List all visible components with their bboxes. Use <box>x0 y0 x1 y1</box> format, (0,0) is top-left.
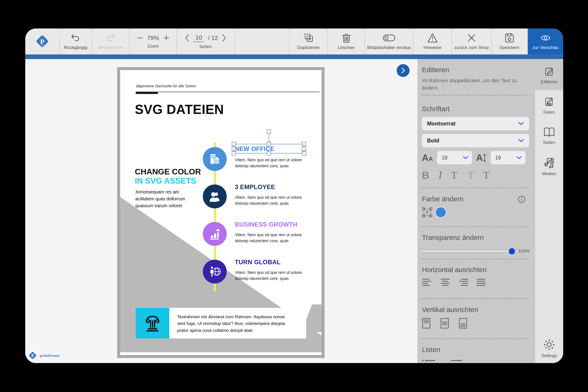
rotation-handle[interactable] <box>267 129 271 134</box>
timeline-body-global[interactable]: Vitem. Nem quo od que rem ut volore dolo… <box>235 270 312 282</box>
selection-handle-n[interactable] <box>267 142 271 146</box>
selection-handle-ne[interactable] <box>302 142 306 146</box>
numbered-list-icon[interactable]: 12 <box>449 359 463 363</box>
undo-icon <box>70 33 81 43</box>
tab-seiten[interactable]: Seiten <box>535 127 563 145</box>
timeline-body-employee[interactable]: Vitem. Nem quo od que rem ut volore dolo… <box>235 194 312 206</box>
timeline-circle-employee[interactable] <box>203 184 227 208</box>
selection-handle-s[interactable] <box>267 151 271 156</box>
align-left-icon[interactable] <box>422 278 433 287</box>
selection-handle-se[interactable] <box>302 151 306 156</box>
bullet-list-icon[interactable] <box>422 359 437 363</box>
zoom-value: 79% <box>147 34 159 42</box>
font-style-value: Bold <box>427 138 439 144</box>
hints-button[interactable]: Hinweise <box>413 28 452 54</box>
document-page[interactable]: allgemeine Dachzeile für alle Seiten SVG… <box>117 67 325 358</box>
timeline-title-employee[interactable]: 3 EMPLOYEE <box>235 184 275 191</box>
timeline-circle-growth[interactable] <box>203 222 227 246</box>
timeline-circle-new-office[interactable] <box>203 147 227 171</box>
save-button[interactable]: Speichern <box>492 28 528 54</box>
zoom-label: Zoom <box>147 44 159 49</box>
aside-body[interactable]: Xerionsequam res am acilitatem quas doll… <box>135 188 192 209</box>
preview-button[interactable]: zur Vorschau <box>528 28 563 54</box>
slider-track[interactable] <box>422 251 513 252</box>
transparency-section-title: Transparenz ändern <box>422 234 529 242</box>
duplicate-icon <box>303 33 314 43</box>
bold-button[interactable]: B <box>422 170 429 181</box>
total-pages: / 12 <box>208 34 218 42</box>
printformer-logo-icon: P <box>35 34 49 49</box>
collapse-panel-button[interactable] <box>397 64 410 77</box>
valign-bottom-icon[interactable] <box>459 318 467 329</box>
selection-handle-e[interactable] <box>302 146 306 151</box>
valign-middle-icon[interactable] <box>440 318 449 329</box>
toggle-icon <box>383 33 395 43</box>
info-icon[interactable] <box>518 196 526 204</box>
footer-note-frame[interactable]: Textrahmen mit Abstand zum Rahmen. Aquib… <box>136 308 306 338</box>
font-family-select[interactable]: Montserrat <box>422 117 529 130</box>
person-globe-icon <box>209 266 221 278</box>
page-title[interactable]: SVG DATEIEN <box>135 102 224 117</box>
save-label: Speichern <box>499 45 519 50</box>
placeholder-toggle-button[interactable]: Bildplatzhalter ein/aus <box>365 28 413 54</box>
separator <box>421 95 528 96</box>
valign-top-icon[interactable] <box>422 318 431 329</box>
slider-thumb[interactable] <box>509 248 515 254</box>
prev-page-button[interactable] <box>185 34 189 42</box>
align-center-icon[interactable] <box>440 278 450 287</box>
note-pre: Textrahmen mit <box>177 314 208 319</box>
back-to-shop-button[interactable]: zurück zum Shop <box>452 28 492 54</box>
toolbar-spacer <box>235 28 290 54</box>
zoom-in-button[interactable] <box>163 34 170 41</box>
separator <box>421 187 528 188</box>
font-size-select[interactable]: 18 <box>437 151 472 164</box>
book-icon <box>544 127 555 137</box>
font-family-value: Montserrat <box>427 120 456 127</box>
header-rule-accent <box>136 92 158 94</box>
selection-handle-w[interactable] <box>232 146 236 151</box>
valign-section-title: Vertikal ausrichten <box>422 306 529 314</box>
settings-button[interactable]: Settings <box>535 339 563 358</box>
current-page-input[interactable]: 10 <box>193 34 204 42</box>
text-style-button[interactable]: T <box>468 169 474 181</box>
selection-handle-nw[interactable] <box>232 142 236 146</box>
tab-daten[interactable]: Daten <box>535 96 563 115</box>
timeline-body-growth[interactable]: Vitem. Nem quo od que rem ut volore dolo… <box>235 232 312 244</box>
duplicate-button[interactable]: Duplizieren <box>290 28 328 54</box>
trash-icon <box>341 33 351 43</box>
italic-button[interactable]: I <box>439 169 442 181</box>
editor-canvas[interactable]: allgemeine Dachzeile für alle Seiten SVG… <box>25 59 417 363</box>
line-spacing-select[interactable]: 16 <box>491 151 526 164</box>
aside-heading-cyan[interactable]: IN SVG ASSETS <box>135 176 196 186</box>
next-page-button[interactable] <box>222 34 226 42</box>
text-color-swatch[interactable] <box>436 207 446 217</box>
footer-note-text[interactable]: Textrahmen mit Abstand zum Rahmen. Aquib… <box>169 308 289 338</box>
separator <box>421 226 528 227</box>
duplicate-label: Duplizieren <box>297 45 320 50</box>
timeline-circle-global[interactable] <box>203 260 227 284</box>
timeline-title-growth[interactable]: BUSINESS GROWTH <box>235 221 297 228</box>
timeline-title-global[interactable]: TURN GLOBAL <box>235 259 281 266</box>
media-icon <box>544 158 555 168</box>
undo-button[interactable]: Rückgängig <box>60 28 92 54</box>
timeline-body-new-office[interactable]: Vitem. Nem quo od que rem ut volore dolo… <box>235 157 312 169</box>
subscript-button[interactable]: T, <box>451 169 459 181</box>
selection-handle-sw[interactable] <box>232 151 236 156</box>
printformer-logo[interactable]: P <box>25 28 60 54</box>
tab-editieren[interactable]: Editieren <box>535 66 563 84</box>
align-justify-icon[interactable] <box>476 278 486 287</box>
transparency-slider[interactable]: 100% <box>422 248 535 255</box>
superscript-button[interactable]: T' <box>483 169 490 181</box>
undo-label: Rückgängig <box>64 45 87 50</box>
header-rule <box>136 92 320 92</box>
delete-button[interactable]: Löschen <box>328 28 365 54</box>
font-size-value: 18 <box>442 155 448 161</box>
align-right-icon[interactable] <box>458 278 468 287</box>
tab-medien[interactable]: Medien <box>535 158 563 176</box>
page-eyebrow-text[interactable]: allgemeine Dachzeile für alle Seiten <box>136 84 196 88</box>
data-form-icon <box>544 96 555 107</box>
zoom-out-button[interactable] <box>136 34 143 41</box>
font-style-select[interactable]: Bold <box>422 134 529 147</box>
aside-heading-black[interactable]: CHANGE COLOR <box>135 167 201 176</box>
redo-button[interactable]: Wiederholen <box>92 28 130 54</box>
